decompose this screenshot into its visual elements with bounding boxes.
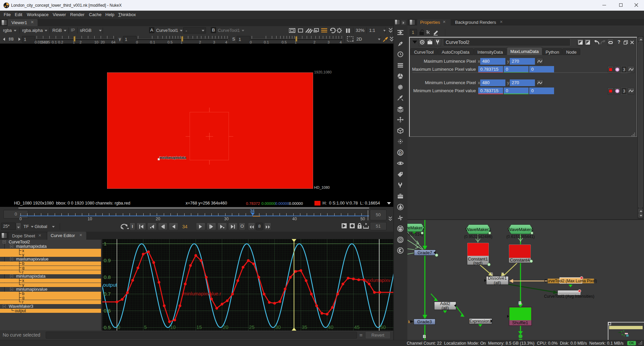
svg-text:5: 5 [144, 324, 147, 330]
svg-text:35: 35 [302, 324, 307, 330]
svg-text:minlumapixvalue.r: minlumapixvalue.r [183, 291, 221, 296]
svg-text:maxlumapixv: maxlumapixv [363, 278, 390, 283]
svg-text:D: D [399, 150, 402, 155]
svg-text:(all): (all) [494, 280, 501, 285]
svg-text:Constant4: Constant4 [510, 257, 530, 263]
svg-text:(all): (all) [442, 305, 449, 310]
svg-text:0.5: 0.5 [104, 325, 111, 330]
svg-text:30: 30 [275, 324, 281, 330]
svg-text:0.7: 0.7 [104, 291, 111, 297]
svg-text:B: B [518, 300, 522, 305]
svg-text:(0.9522542486): (0.9522542486) [464, 234, 493, 239]
svg-text:Expression1: Expression1 [469, 319, 492, 324]
svg-text:1: 1 [104, 241, 106, 246]
svg-text:k: k [408, 319, 410, 324]
svg-text:0.6: 0.6 [104, 308, 111, 313]
svg-text:15: 15 [196, 324, 202, 330]
svg-text:CurveTool2 (Max Luma Pixel): CurveTool2 (Max Luma Pixel) [544, 279, 597, 283]
svg-text:20: 20 [223, 324, 229, 330]
svg-text:0: 0 [117, 324, 120, 330]
svg-text:WaveMaker4: WaveMaker4 [508, 227, 533, 232]
svg-text:(red): (red) [473, 261, 482, 266]
svg-text:25: 25 [249, 324, 255, 330]
svg-text:50: 50 [380, 324, 386, 330]
svg-text:Grade3: Grade3 [417, 319, 432, 324]
svg-text:Grade7: Grade7 [417, 250, 432, 255]
svg-text:10: 10 [170, 324, 176, 330]
svg-text:0.9: 0.9 [104, 257, 111, 263]
svg-text:0.8: 0.8 [104, 274, 111, 280]
svg-text:output: output [103, 282, 117, 288]
svg-text:(0.7457514): (0.7457514) [407, 232, 423, 237]
svg-text:WaveMaker3: WaveMaker3 [465, 227, 491, 232]
svg-text:(0.6151765441): (0.6151765441) [506, 234, 535, 239]
svg-text:Dissolve1: Dissolve1 [488, 276, 507, 281]
svg-text:45: 45 [354, 324, 360, 330]
svg-text:B: B [423, 334, 426, 339]
svg-text:CurveTool1 (Avg Intensities): CurveTool1 (Avg Intensities) [544, 294, 594, 299]
svg-text:WaveMaker2: WaveMaker2 [407, 225, 425, 230]
svg-text:Shuffle1: Shuffle1 [512, 320, 528, 325]
svg-text:40: 40 [328, 324, 334, 330]
